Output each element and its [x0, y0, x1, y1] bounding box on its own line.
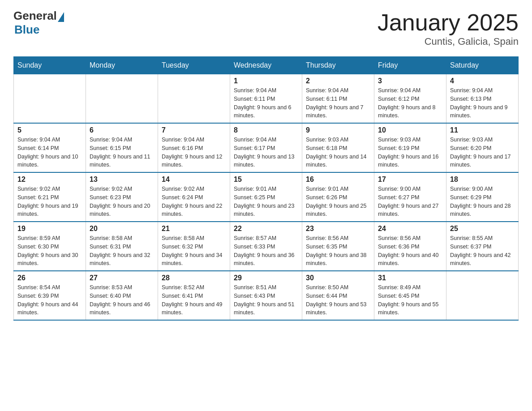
day-of-week-monday: Monday — [86, 57, 158, 74]
day-info: Sunrise: 8:51 AMSunset: 6:43 PMDaylight:… — [234, 283, 298, 317]
day-number: 25 — [450, 225, 515, 233]
week-row-4: 19Sunrise: 8:59 AMSunset: 6:30 PMDayligh… — [14, 222, 519, 271]
day-number: 26 — [17, 274, 82, 282]
day-number: 2 — [306, 77, 370, 85]
logo: General Blue — [13, 9, 64, 37]
day-number: 30 — [306, 274, 370, 282]
day-info: Sunrise: 8:50 AMSunset: 6:44 PMDaylight:… — [306, 283, 370, 317]
calendar-body: 1Sunrise: 9:04 AMSunset: 6:11 PMDaylight… — [14, 74, 519, 321]
week-row-5: 26Sunrise: 8:54 AMSunset: 6:39 PMDayligh… — [14, 271, 519, 320]
day-number: 16 — [306, 176, 370, 184]
day-number: 7 — [162, 126, 226, 134]
day-info: Sunrise: 8:57 AMSunset: 6:33 PMDaylight:… — [234, 234, 298, 268]
logo-blue-text: Blue — [14, 23, 39, 37]
day-info: Sunrise: 8:56 AMSunset: 6:35 PMDaylight:… — [306, 234, 370, 268]
calendar-cell: 29Sunrise: 8:51 AMSunset: 6:43 PMDayligh… — [230, 271, 302, 320]
week-row-2: 5Sunrise: 9:04 AMSunset: 6:14 PMDaylight… — [14, 123, 519, 172]
day-number: 31 — [378, 274, 442, 282]
calendar-cell: 16Sunrise: 9:01 AMSunset: 6:26 PMDayligh… — [302, 172, 374, 222]
calendar-cell: 7Sunrise: 9:04 AMSunset: 6:16 PMDaylight… — [158, 123, 230, 172]
day-info: Sunrise: 9:00 AMSunset: 6:29 PMDaylight:… — [450, 185, 515, 218]
day-number: 23 — [306, 225, 370, 233]
day-info: Sunrise: 8:54 AMSunset: 6:39 PMDaylight:… — [17, 283, 82, 317]
day-info: Sunrise: 8:53 AMSunset: 6:40 PMDaylight:… — [90, 283, 154, 317]
calendar-cell: 2Sunrise: 9:04 AMSunset: 6:11 PMDaylight… — [302, 74, 374, 124]
calendar-cell: 30Sunrise: 8:50 AMSunset: 6:44 PMDayligh… — [302, 271, 374, 320]
calendar-cell: 27Sunrise: 8:53 AMSunset: 6:40 PMDayligh… — [86, 271, 158, 320]
day-number: 4 — [450, 77, 515, 85]
day-info: Sunrise: 8:49 AMSunset: 6:45 PMDaylight:… — [378, 283, 442, 317]
day-number: 10 — [378, 126, 442, 134]
calendar-cell: 3Sunrise: 9:04 AMSunset: 6:12 PMDaylight… — [374, 74, 446, 124]
calendar-cell: 11Sunrise: 9:03 AMSunset: 6:20 PMDayligh… — [446, 123, 519, 172]
calendar-cell: 28Sunrise: 8:52 AMSunset: 6:41 PMDayligh… — [158, 271, 230, 320]
days-of-week-row: SundayMondayTuesdayWednesdayThursdayFrid… — [14, 57, 519, 74]
day-number: 24 — [378, 225, 442, 233]
calendar-cell: 1Sunrise: 9:04 AMSunset: 6:11 PMDaylight… — [230, 74, 302, 124]
day-info: Sunrise: 9:04 AMSunset: 6:15 PMDaylight:… — [90, 136, 154, 169]
day-number: 22 — [234, 225, 298, 233]
day-info: Sunrise: 9:00 AMSunset: 6:27 PMDaylight:… — [378, 185, 442, 218]
calendar-cell — [86, 74, 158, 124]
calendar-cell: 13Sunrise: 9:02 AMSunset: 6:23 PMDayligh… — [86, 172, 158, 222]
calendar-title: January 2025 — [378, 9, 519, 36]
calendar-cell: 25Sunrise: 8:55 AMSunset: 6:37 PMDayligh… — [446, 222, 519, 271]
day-number: 12 — [17, 176, 82, 184]
day-info: Sunrise: 9:01 AMSunset: 6:26 PMDaylight:… — [306, 185, 370, 218]
day-number: 28 — [162, 274, 226, 282]
calendar-cell — [446, 271, 519, 320]
day-info: Sunrise: 9:02 AMSunset: 6:23 PMDaylight:… — [90, 185, 154, 218]
day-of-week-friday: Friday — [374, 57, 446, 74]
week-row-3: 12Sunrise: 9:02 AMSunset: 6:21 PMDayligh… — [14, 172, 519, 222]
day-info: Sunrise: 9:04 AMSunset: 6:11 PMDaylight:… — [234, 86, 298, 120]
calendar-cell: 8Sunrise: 9:04 AMSunset: 6:17 PMDaylight… — [230, 123, 302, 172]
day-info: Sunrise: 8:58 AMSunset: 6:32 PMDaylight:… — [162, 234, 226, 268]
day-info: Sunrise: 9:04 AMSunset: 6:14 PMDaylight:… — [17, 136, 82, 169]
day-number: 27 — [90, 274, 154, 282]
day-info: Sunrise: 8:58 AMSunset: 6:31 PMDaylight:… — [90, 234, 154, 268]
day-info: Sunrise: 9:03 AMSunset: 6:18 PMDaylight:… — [306, 136, 370, 169]
day-number: 14 — [162, 176, 226, 184]
day-of-week-wednesday: Wednesday — [230, 57, 302, 74]
day-number: 19 — [17, 225, 82, 233]
calendar-cell: 23Sunrise: 8:56 AMSunset: 6:35 PMDayligh… — [302, 222, 374, 271]
calendar-cell: 24Sunrise: 8:56 AMSunset: 6:36 PMDayligh… — [374, 222, 446, 271]
calendar-cell: 15Sunrise: 9:01 AMSunset: 6:25 PMDayligh… — [230, 172, 302, 222]
day-info: Sunrise: 8:52 AMSunset: 6:41 PMDaylight:… — [162, 283, 226, 317]
day-number: 18 — [450, 176, 515, 184]
calendar-cell: 31Sunrise: 8:49 AMSunset: 6:45 PMDayligh… — [374, 271, 446, 320]
calendar-cell: 6Sunrise: 9:04 AMSunset: 6:15 PMDaylight… — [86, 123, 158, 172]
day-number: 21 — [162, 225, 226, 233]
calendar-cell: 10Sunrise: 9:03 AMSunset: 6:19 PMDayligh… — [374, 123, 446, 172]
calendar-cell: 5Sunrise: 9:04 AMSunset: 6:14 PMDaylight… — [14, 123, 86, 172]
day-info: Sunrise: 8:55 AMSunset: 6:37 PMDaylight:… — [450, 234, 515, 268]
day-number: 17 — [378, 176, 442, 184]
day-info: Sunrise: 9:04 AMSunset: 6:16 PMDaylight:… — [162, 136, 226, 169]
calendar-cell: 18Sunrise: 9:00 AMSunset: 6:29 PMDayligh… — [446, 172, 519, 222]
day-number: 13 — [90, 176, 154, 184]
calendar-cell: 22Sunrise: 8:57 AMSunset: 6:33 PMDayligh… — [230, 222, 302, 271]
day-of-week-saturday: Saturday — [446, 57, 519, 74]
day-number: 6 — [90, 126, 154, 134]
day-info: Sunrise: 9:04 AMSunset: 6:13 PMDaylight:… — [450, 86, 515, 120]
calendar-cell: 4Sunrise: 9:04 AMSunset: 6:13 PMDaylight… — [446, 74, 519, 124]
day-of-week-thursday: Thursday — [302, 57, 374, 74]
calendar-cell: 21Sunrise: 8:58 AMSunset: 6:32 PMDayligh… — [158, 222, 230, 271]
day-number: 20 — [90, 225, 154, 233]
calendar-table: SundayMondayTuesdayWednesdayThursdayFrid… — [13, 56, 519, 321]
calendar-cell — [158, 74, 230, 124]
day-info: Sunrise: 9:03 AMSunset: 6:20 PMDaylight:… — [450, 136, 515, 169]
day-info: Sunrise: 8:56 AMSunset: 6:36 PMDaylight:… — [378, 234, 442, 268]
week-row-1: 1Sunrise: 9:04 AMSunset: 6:11 PMDaylight… — [14, 74, 519, 124]
day-of-week-tuesday: Tuesday — [158, 57, 230, 74]
calendar-cell: 19Sunrise: 8:59 AMSunset: 6:30 PMDayligh… — [14, 222, 86, 271]
day-number: 8 — [234, 126, 298, 134]
day-info: Sunrise: 9:03 AMSunset: 6:19 PMDaylight:… — [378, 136, 442, 169]
day-of-week-sunday: Sunday — [14, 57, 86, 74]
calendar-header: SundayMondayTuesdayWednesdayThursdayFrid… — [14, 57, 519, 74]
calendar-cell: 26Sunrise: 8:54 AMSunset: 6:39 PMDayligh… — [14, 271, 86, 320]
day-info: Sunrise: 9:02 AMSunset: 6:24 PMDaylight:… — [162, 185, 226, 218]
day-info: Sunrise: 9:04 AMSunset: 6:11 PMDaylight:… — [306, 86, 370, 120]
day-number: 5 — [17, 126, 82, 134]
page-header: General Blue January 2025 Cuntis, Galici… — [13, 9, 519, 47]
